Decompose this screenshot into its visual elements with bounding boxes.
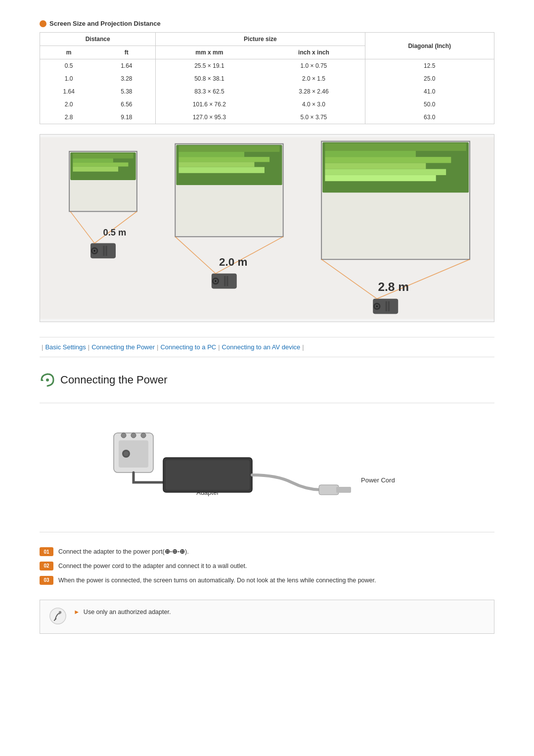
cell-ft: 3.28 [97,72,156,85]
cell-diagonal: 12.5 [365,59,494,73]
cell-inch: 2.0 × 1.5 [263,72,365,85]
cell-m: 2.8 [40,111,97,124]
svg-rect-39 [325,169,446,175]
instruction-item-3: 03 When the power is connected, the scre… [40,576,494,585]
svg-rect-2 [73,153,133,158]
header-distance: Distance [40,33,156,46]
cell-diagonal: 50.0 [365,98,494,111]
power-diagram-svg: Adapter Power Cord [94,418,440,517]
cell-ft: 6.56 [97,98,156,111]
cell-ft: 5.38 [97,85,156,98]
nav-bar: | Basic Settings | Connecting the Power … [40,337,494,357]
svg-point-52 [46,378,49,381]
cell-inch: 3.28 × 2.46 [263,85,365,98]
section-title-text: Screen Size and Projection Distance [49,20,161,27]
svg-rect-23 [176,185,282,236]
svg-rect-5 [73,167,118,172]
svg-rect-37 [325,157,451,163]
instruction-text-3: When the power is connected, the screen … [58,576,376,585]
distance-table-wrapper: Distance Picture size Diagonal (Inch) m … [40,32,494,124]
nav-sep-start: | [42,343,43,351]
cell-mm: 101.6 × 76.2 [156,98,263,111]
screen-size-section-title: Screen Size and Projection Distance [40,20,494,27]
table-row: 0.5 1.64 25.5 × 19.1 1.0 × 0.75 12.5 [40,59,494,73]
svg-rect-13 [106,246,107,256]
nav-sep-end: | [302,343,304,351]
cell-mm: 127.0 × 95.3 [156,111,263,124]
svg-text:Adapter: Adapter [196,489,219,496]
header-picture: Picture size [156,33,365,46]
subheader-ft: ft [97,46,156,59]
svg-point-67 [59,611,61,614]
cell-inch: 1.0 × 0.75 [263,59,365,73]
svg-rect-12 [103,246,105,256]
nav-sep-2: | [157,343,158,351]
svg-rect-35 [325,143,466,151]
connecting-power-icon [40,372,55,388]
note-bullet: ► [74,609,80,615]
svg-point-56 [141,433,146,438]
table-row: 1.0 3.28 50.8 × 38.1 2.0 × 1.5 25.0 [40,72,494,85]
projection-diagram: 0.5 m 2.0 m [40,134,494,322]
instruction-item-1: 01 Connect the adapter to the power port… [40,547,494,557]
subheader-inch: inch x inch [263,46,365,59]
note-box: ► Use only an authorized adapter. [40,600,494,634]
svg-point-66 [50,608,66,624]
connecting-power-title: Connecting the Power [60,374,167,386]
instruction-item-2: 02 Connect the power cord to the adapter… [40,562,494,571]
svg-point-55 [131,433,136,438]
svg-rect-19 [179,152,245,157]
step-badge-2: 02 [40,562,53,570]
svg-text:2.0 m: 2.0 m [219,256,247,269]
instructions-list: 01 Connect the adapter to the power port… [40,547,494,585]
svg-point-54 [121,433,126,438]
svg-rect-47 [386,301,387,311]
note-icon [49,607,67,625]
cell-inch: 4.0 × 3.0 [263,98,365,111]
cell-diagonal: 63.0 [365,111,494,124]
svg-rect-18 [179,146,280,152]
instruction-text-2: Connect the power cord to the adapter an… [58,562,247,571]
connecting-power-header: Connecting the Power [40,372,494,388]
cell-m: 1.0 [40,72,97,85]
svg-rect-38 [325,163,426,169]
table-row: 1.64 5.38 83.3 × 62.5 3.28 × 2.46 41.0 [40,85,494,98]
svg-rect-30 [226,276,228,286]
instruction-text-1: Connect the adapter to the power port(⊕-… [58,547,189,557]
nav-basic-settings[interactable]: Basic Settings [45,343,86,351]
nav-connecting-av[interactable]: Connecting to an AV device [222,343,301,351]
svg-rect-61 [166,460,250,490]
cell-m: 2.0 [40,98,97,111]
cell-ft: 9.18 [97,111,156,124]
svg-text:0.5 m: 0.5 m [103,227,127,237]
distance-table: Distance Picture size Diagonal (Inch) m … [40,33,494,124]
svg-rect-6 [70,180,136,210]
svg-rect-36 [325,151,416,157]
step-badge-1: 01 [40,547,53,556]
table-row: 2.8 9.18 127.0 × 95.3 5.0 × 3.75 63.0 [40,111,494,124]
cell-diagonal: 41.0 [365,85,494,98]
svg-point-46 [376,305,378,307]
note-text: ► Use only an authorized adapter. [74,607,171,617]
svg-rect-63 [319,485,339,495]
svg-rect-29 [224,276,225,286]
cell-diagonal: 25.0 [365,72,494,85]
cell-m: 1.64 [40,85,97,98]
subheader-mm: mm x mm [156,46,263,59]
table-row: 2.0 6.56 101.6 × 76.2 4.0 × 3.0 50.0 [40,98,494,111]
cell-mm: 50.8 × 38.1 [156,72,263,85]
svg-rect-41 [322,193,469,259]
svg-rect-48 [388,301,390,311]
svg-rect-20 [179,157,270,162]
svg-rect-21 [179,162,255,167]
cell-m: 0.5 [40,59,97,73]
svg-rect-22 [179,167,265,173]
projection-svg: 0.5 m 2.0 m [40,135,494,322]
section-icon [40,20,46,27]
cell-mm: 83.3 × 62.5 [156,85,263,98]
power-diagram: Adapter Power Cord [40,403,494,532]
nav-sep-1: | [88,343,89,351]
nav-connecting-pc[interactable]: Connecting to a PC [160,343,216,351]
svg-rect-64 [336,487,351,493]
nav-connecting-power[interactable]: Connecting the Power [91,343,155,351]
